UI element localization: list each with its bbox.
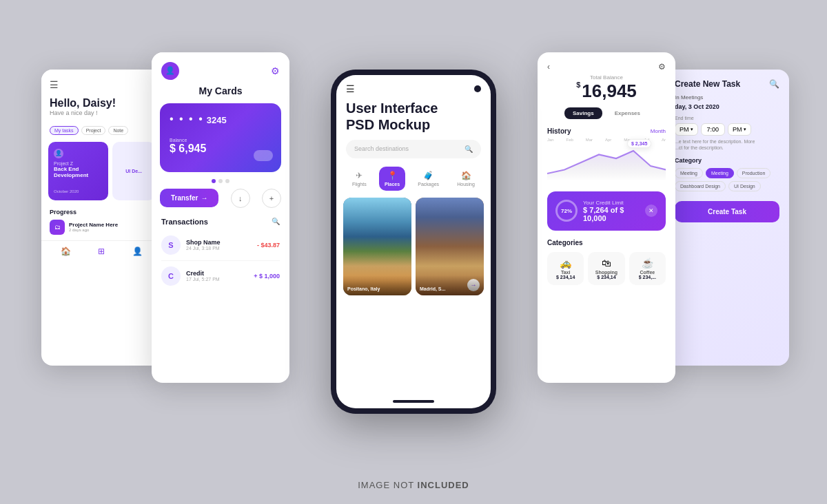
- housing-icon: 🏠: [461, 171, 471, 180]
- download-icon[interactable]: ↓: [231, 189, 250, 208]
- search-bar[interactable]: Search destinations 🔍: [346, 140, 481, 158]
- transactions-header: Transactions 🔍: [152, 215, 289, 231]
- person-icon: 👤: [54, 149, 63, 158]
- grid-nav-icon[interactable]: ⊞: [98, 246, 105, 256]
- center-title: User InterfacePSD Mockup: [336, 97, 491, 140]
- credit-percent-circle: 72%: [555, 200, 578, 222]
- credit-percent: 72%: [561, 208, 572, 214]
- home-indicator: [393, 400, 434, 403]
- category-taxi: 🚕 Taxi $ 234,14: [547, 252, 584, 285]
- total-balance-label: Total Balance: [538, 74, 675, 81]
- search-icon[interactable]: 🔍: [272, 218, 280, 225]
- tab-packages[interactable]: 🧳 Packages: [412, 167, 445, 191]
- tx-amount-1: - $43.87: [257, 242, 280, 249]
- screen-finance: ‹ ⚙ Total Balance $ 16,945 Savings Expen…: [538, 52, 675, 383]
- task-description: ...e text here for the description. More…: [665, 138, 789, 158]
- finance-header: ‹ ⚙: [538, 52, 675, 74]
- screens-container: ☰ Hello, Daisy! Have a nice day ! My tas…: [0, 14, 827, 469]
- flights-icon: ✈: [356, 171, 363, 180]
- cards-title: My Cards: [152, 85, 289, 96]
- tx-divider: [161, 260, 280, 261]
- card-toggle[interactable]: [254, 150, 273, 161]
- progress-section: Progress 🗂 Project Name Here 2 days ago: [41, 203, 162, 240]
- history-title: History: [547, 127, 571, 135]
- progress-name: Project Name Here: [69, 222, 118, 228]
- card-date: October 2020: [54, 189, 103, 193]
- category-section-label: Category: [665, 157, 789, 168]
- bottom-label-bold: INCLUDED: [418, 480, 469, 490]
- screen-create-task: Create New Task 🔍 In Meetings day, 3 Oct…: [665, 70, 789, 366]
- card-actions: Transfer → ↓ +: [152, 189, 289, 215]
- credit-limit-card: 72% Your Credit Limit $ 7,264 of $ 10,00…: [547, 191, 666, 231]
- tab-project[interactable]: Project: [81, 126, 106, 135]
- pm-select[interactable]: PM ▾: [675, 123, 698, 136]
- time-value[interactable]: 7:00: [701, 123, 726, 136]
- time-section-label: End time: [675, 116, 779, 120]
- tab-note[interactable]: Note: [108, 126, 128, 135]
- greeting-title: Hello, Daisy!: [50, 97, 154, 109]
- tab-flights[interactable]: ✈ Flights: [347, 167, 372, 191]
- person-nav-icon[interactable]: 👤: [132, 246, 143, 256]
- bottom-nav: 🏠 ⊞ 👤: [41, 240, 162, 262]
- finance-settings-icon[interactable]: ⚙: [658, 62, 666, 72]
- tag-ui-design[interactable]: UI Design: [728, 181, 761, 191]
- tab-housing[interactable]: 🏠 Housing: [451, 167, 480, 191]
- menu-icon[interactable]: ☰: [50, 79, 154, 90]
- task-search-icon[interactable]: 🔍: [769, 79, 779, 89]
- tag-dashboard[interactable]: Dashboard Design: [675, 181, 726, 191]
- finance-chart: JanFebMarAprMayJulAr $ 2,345: [538, 138, 675, 186]
- time-inputs: PM ▾ 7:00 PM ▾: [675, 123, 779, 136]
- tab-expenses[interactable]: Expenses: [606, 107, 649, 119]
- photo-positano[interactable]: Positano, Italy: [343, 198, 411, 295]
- card-last-digits: 3245: [207, 115, 227, 125]
- home-nav-icon[interactable]: 🏠: [61, 246, 71, 256]
- tx-date-2: 17 Jul, 5:27 PM: [186, 277, 220, 282]
- category-shopping: 🛍 Shopping $ 234,14: [588, 252, 624, 285]
- tab-savings[interactable]: Savings: [564, 107, 602, 119]
- taxi-amount: $ 234,14: [550, 275, 581, 280]
- progress-title: Progress: [50, 209, 154, 216]
- card-project-label: Project Z: [54, 161, 103, 166]
- meeting-label: In Meetings: [665, 94, 789, 103]
- screen-hello-daisy: ☰ Hello, Daisy! Have a nice day ! My tas…: [41, 70, 162, 366]
- tx-avatar-s: S: [161, 235, 181, 255]
- category-tags: Meeting Meeting Production Dashboard Des…: [665, 168, 789, 196]
- tab-places[interactable]: 📍 Places: [379, 167, 405, 191]
- pm-label: PM: [680, 126, 689, 133]
- tag-production[interactable]: Production: [737, 168, 770, 178]
- tag-meeting-active[interactable]: Meeting: [706, 168, 734, 178]
- center-menu-icon[interactable]: ☰: [346, 83, 355, 94]
- progress-time: 2 days ago: [69, 228, 118, 232]
- history-period: Month: [651, 128, 666, 134]
- settings-icon[interactable]: ⚙: [271, 65, 280, 76]
- credit-amount: $ 7,264 of $ 10,000: [583, 206, 640, 222]
- project-card-1[interactable]: 👤 Project Z Back End Development October…: [48, 142, 108, 200]
- places-label: Places: [385, 182, 400, 187]
- photo-madrid[interactable]: → Madrid, S...: [416, 198, 484, 295]
- dot-active: [212, 179, 216, 183]
- travel-tabs: ✈ Flights 📍 Places 🧳 Packages 🏠 Housing: [336, 167, 491, 198]
- transactions-title-text: Transactions: [161, 218, 208, 226]
- back-icon[interactable]: ‹: [547, 62, 550, 72]
- tag-meeting-1[interactable]: Meeting: [675, 168, 703, 178]
- coffee-label: Coffee: [632, 270, 663, 275]
- meeting-date: day, 3 Oct 2020: [665, 103, 789, 116]
- coffee-icon: ☕: [632, 258, 663, 269]
- close-icon[interactable]: ✕: [645, 204, 657, 217]
- shopping-icon: 🛍: [591, 258, 622, 269]
- taxi-icon: 🚕: [550, 258, 581, 269]
- pm-end-label: PM: [733, 126, 742, 133]
- add-icon[interactable]: +: [262, 189, 281, 208]
- pm-end-select[interactable]: PM ▾: [728, 123, 751, 136]
- project-card-2[interactable]: UI De...: [112, 142, 155, 200]
- project-cards: 👤 Project Z Back End Development October…: [41, 139, 162, 203]
- photo-overlay-1: Positano, Italy: [343, 275, 411, 295]
- history-section: History Month: [538, 125, 675, 138]
- transfer-button[interactable]: Transfer →: [160, 189, 218, 207]
- tab-my-tasks[interactable]: My tasks: [50, 126, 79, 135]
- tx-name-1: Shop Name: [186, 239, 221, 246]
- photo-overlay-2: Madrid, S...: [416, 275, 484, 295]
- create-task-button[interactable]: Create Task: [675, 201, 779, 222]
- housing-label: Housing: [457, 182, 475, 187]
- shopping-label: Shopping: [591, 270, 622, 275]
